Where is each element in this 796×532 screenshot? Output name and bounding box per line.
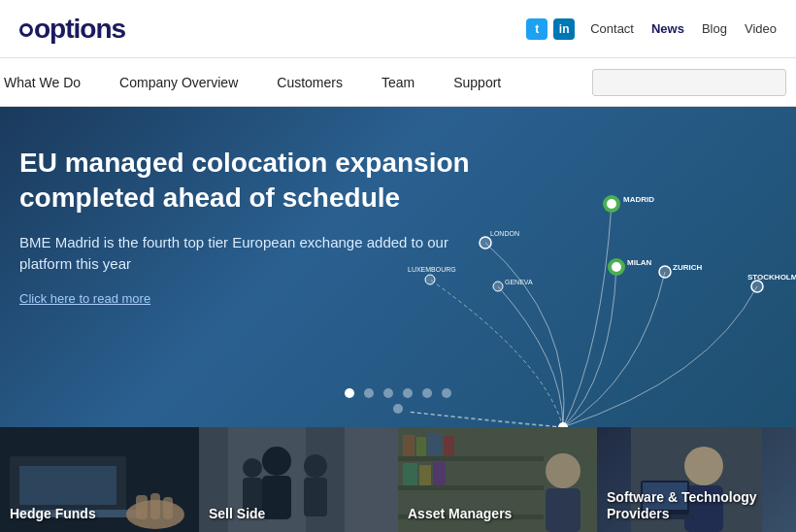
svg-text:GENEVA: GENEVA (505, 279, 533, 285)
twitter-icon[interactable]: t (526, 18, 547, 40)
svg-point-7 (659, 266, 671, 278)
svg-text:ZURICH: ZURICH (673, 263, 702, 272)
tile-software-tech-label: Software & TechnologyProviders (607, 489, 757, 522)
svg-point-9 (751, 281, 763, 292)
nav-customers[interactable]: Customers (257, 58, 362, 106)
hero-title: EU managed colocation expansion complete… (19, 146, 476, 216)
svg-text:MILAN: MILAN (627, 258, 652, 267)
tile-asset-managers[interactable]: Asset Managers (398, 427, 597, 532)
carousel-dots-row (345, 388, 451, 398)
tile-hedge-funds-label: Hedge Funds (10, 506, 96, 522)
linkedin-icon[interactable]: in (553, 18, 575, 40)
search-input[interactable] (592, 69, 786, 96)
carousel-dot-3[interactable] (383, 388, 393, 398)
svg-text:MADRID: MADRID (623, 195, 654, 204)
carousel-dot-extra[interactable] (393, 404, 403, 414)
carousel-dot-2[interactable] (364, 388, 374, 398)
hero-read-more-link[interactable]: Click here to read more (19, 291, 476, 306)
tile-software-tech[interactable]: Software & TechnologyProviders (597, 427, 796, 532)
tile-sell-side[interactable]: Sell Side (199, 427, 398, 532)
svg-point-13 (493, 282, 503, 291)
svg-point-2 (607, 199, 616, 209)
nav-support[interactable]: Support (434, 58, 520, 106)
header-right: t in Contact News Blog Video (526, 18, 777, 40)
carousel-dot-5[interactable] (422, 388, 432, 398)
svg-text:STOCKHOLM: STOCKHOLM (747, 273, 796, 282)
svg-point-5 (612, 262, 621, 272)
social-icons: t in (526, 18, 575, 40)
tile-hedge-funds[interactable]: Hedge Funds (0, 427, 199, 532)
tile-sell-side-label: Sell Side (209, 506, 265, 522)
hero-section: EU managed colocation expansion complete… (0, 107, 796, 427)
nav-team[interactable]: Team (362, 58, 434, 106)
hero-content: EU managed colocation expansion complete… (19, 146, 476, 306)
header-links: Contact News Blog Video (590, 21, 777, 36)
hero-subtitle: BME Madrid is the fourth top tier Europe… (19, 232, 476, 276)
carousel-dot-4[interactable] (403, 388, 413, 398)
nav-company-overview[interactable]: Company Overview (100, 58, 257, 106)
category-tiles: Hedge Funds Sell Side (0, 427, 796, 532)
main-nav: What We Do Company Overview Customers Te… (0, 58, 796, 107)
blog-link[interactable]: Blog (702, 21, 727, 36)
logo[interactable]: options (19, 14, 125, 45)
tile-asset-managers-label: Asset Managers (408, 506, 512, 522)
nav-what-we-do[interactable]: What We Do (0, 58, 100, 106)
news-link[interactable]: News (651, 21, 684, 36)
svg-text:LONDON: LONDON (490, 230, 519, 237)
header: options t in Contact News Blog Video (0, 0, 796, 58)
video-link[interactable]: Video (745, 21, 777, 36)
svg-point-11 (480, 237, 491, 249)
carousel-dot-1[interactable] (345, 388, 354, 398)
contact-link[interactable]: Contact (590, 21, 634, 36)
carousel-dot-6[interactable] (442, 388, 451, 398)
logo-circle-icon (19, 23, 33, 37)
carousel-dots (345, 388, 451, 414)
